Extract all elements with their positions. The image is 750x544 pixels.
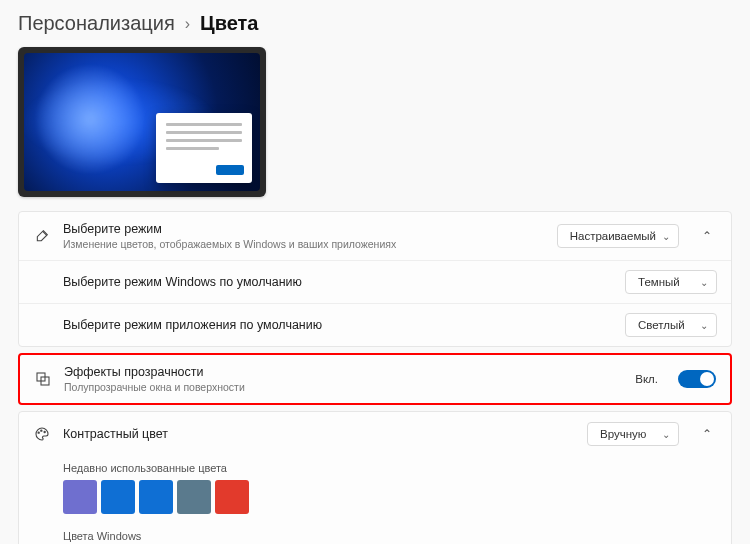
breadcrumb: Персонализация › Цвета [18,12,732,35]
mode-title: Выберите режим [63,222,545,236]
windows-mode-value: Темный [638,276,680,288]
color-swatch[interactable] [101,480,135,514]
breadcrumb-parent[interactable]: Персонализация [18,12,175,35]
color-swatch[interactable] [215,480,249,514]
transparency-highlight: Эффекты прозрачности Полупрозрачные окна… [18,353,732,405]
mode-row[interactable]: Выберите режим Изменение цветов, отображ… [19,212,731,260]
contrast-value: Вручную [600,428,646,440]
color-swatch[interactable] [139,480,173,514]
chevron-down-icon: ⌄ [700,277,708,288]
windows-mode-row: Выберите режим Windows по умолчанию Темн… [19,260,731,303]
palette-icon [33,426,51,442]
brush-icon [33,228,51,244]
contrast-title: Контрастный цвет [63,427,575,441]
contrast-select[interactable]: Вручную ⌄ [587,422,679,446]
windows-mode-label: Выберите режим Windows по умолчанию [63,275,613,289]
breadcrumb-current: Цвета [200,12,258,35]
app-mode-select[interactable]: Светлый ⌄ [625,313,717,337]
color-swatch[interactable] [177,480,211,514]
mode-card: Выберите режим Изменение цветов, отображ… [18,211,732,347]
chevron-down-icon: ⌄ [662,231,670,242]
chevron-right-icon: › [185,15,190,33]
contrast-card: Контрастный цвет Вручную ⌄ ⌃ Недавно исп… [18,411,732,544]
app-mode-row: Выберите режим приложения по умолчанию С… [19,303,731,346]
color-swatch[interactable] [63,480,97,514]
app-mode-value: Светлый [638,319,685,331]
recent-colors-label: Недавно использованные цвета [19,456,731,480]
mode-select-value: Настраиваемый [570,230,656,242]
windows-colors-label: Цвета Windows [19,524,731,544]
svg-point-4 [44,431,45,432]
contrast-row[interactable]: Контрастный цвет Вручную ⌄ ⌃ [19,412,731,456]
svg-point-3 [41,430,42,431]
transparency-icon [34,371,52,387]
window-preview [156,113,252,183]
transparency-row[interactable]: Эффекты прозрачности Полупрозрачные окна… [20,355,730,403]
collapse-icon[interactable]: ⌃ [697,229,717,243]
mode-desc: Изменение цветов, отображаемых в Windows… [63,238,545,250]
windows-mode-select[interactable]: Темный ⌄ [625,270,717,294]
collapse-icon[interactable]: ⌃ [697,427,717,441]
transparency-toggle[interactable] [678,370,716,388]
chevron-down-icon: ⌄ [700,320,708,331]
transparency-title: Эффекты прозрачности [64,365,623,379]
chevron-down-icon: ⌄ [662,429,670,440]
svg-point-2 [38,432,39,433]
transparency-state-label: Вкл. [635,373,658,385]
transparency-desc: Полупрозрачные окна и поверхности [64,381,623,393]
app-mode-label: Выберите режим приложения по умолчанию [63,318,613,332]
mode-select[interactable]: Настраиваемый ⌄ [557,224,679,248]
recent-colors [19,480,731,524]
color-preview-card [18,47,266,197]
